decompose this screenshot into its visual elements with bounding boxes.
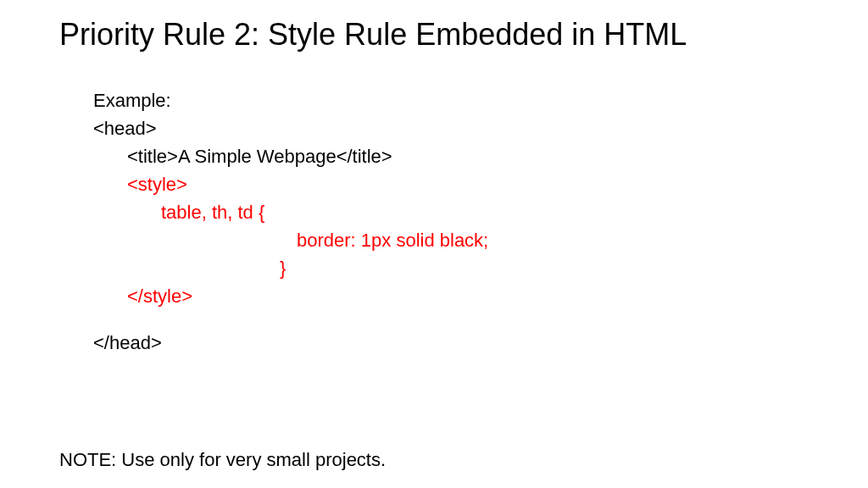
code-line: Example: [93,86,809,114]
code-line: <title>A Simple Webpage</title> [93,142,809,170]
note-text: NOTE: Use only for very small projects. [59,449,386,471]
code-line: </head> [93,329,809,357]
code-line: border: 1px solid black; [93,226,809,254]
slide-title: Priority Rule 2: Style Rule Embedded in … [59,17,809,53]
code-line: table, th, td { [93,198,809,226]
code-line: <style> [93,170,809,198]
code-example: Example: <head> <title>A Simple Webpage<… [93,86,809,357]
code-line: <head> [93,114,809,142]
code-line: </style> [93,282,809,310]
code-line: } [93,254,809,282]
